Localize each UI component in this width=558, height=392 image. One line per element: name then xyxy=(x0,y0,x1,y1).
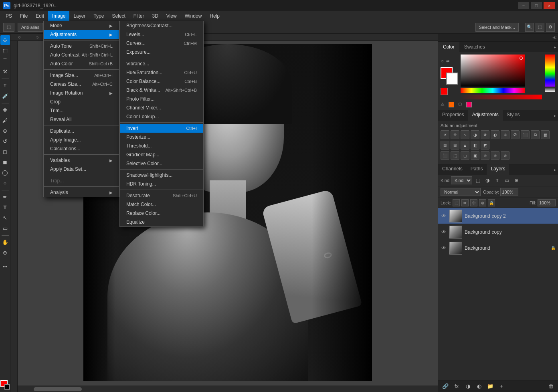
color-swatch-small-fg[interactable] xyxy=(441,88,448,95)
adj-panel-menu[interactable]: ▸ xyxy=(552,110,558,121)
dd-image-rotation[interactable]: Image Rotation ▶ xyxy=(44,89,119,97)
adj-extra6-btn[interactable]: ⊕ xyxy=(491,151,499,160)
out-of-gamut-swatch[interactable] xyxy=(449,102,454,107)
hue-slider[interactable] xyxy=(461,88,525,93)
shape-tool[interactable]: ▭ xyxy=(0,223,10,233)
dd-adj-gradient-map[interactable]: Gradient Map... xyxy=(120,150,203,159)
adj-gradientmap-btn[interactable]: ◧ xyxy=(471,141,479,150)
alpha-slider[interactable] xyxy=(461,95,542,99)
adj-extra5-btn[interactable]: ⊛ xyxy=(481,151,489,160)
dd-variables[interactable]: Variables ▶ xyxy=(44,156,119,165)
more-tools-btn[interactable]: ••• xyxy=(0,262,10,271)
kind-filter-select[interactable]: Kind xyxy=(451,176,472,184)
lock-transparent-btn[interactable]: ⬚ xyxy=(453,199,460,206)
dd-adj-brightness[interactable]: Brightness/Contrast... xyxy=(120,21,203,30)
delete-layer-btn[interactable]: 🗑 xyxy=(546,382,556,391)
new-adj-layer-btn[interactable]: ◐ xyxy=(474,382,484,391)
adj-channelmix-btn[interactable]: ⧉ xyxy=(531,130,540,139)
adj-threshold-btn[interactable]: ▲ xyxy=(461,141,469,150)
layer-bg-copy[interactable]: 👁 Background copy xyxy=(438,224,558,240)
dd-adj-exposure[interactable]: Exposure... xyxy=(120,48,203,57)
add-style-btn[interactable]: fx xyxy=(452,382,461,391)
dd-adj-curves[interactable]: Curves... Ctrl+M xyxy=(120,39,203,48)
filter-smart-btn[interactable]: ⊕ xyxy=(512,176,520,184)
new-layer-btn[interactable]: + xyxy=(497,382,506,391)
tab-paths[interactable]: Paths xyxy=(467,164,487,175)
dd-calculations[interactable]: Calculations... xyxy=(44,144,119,153)
layers-panel-menu[interactable]: ▸ xyxy=(552,164,558,175)
dd-auto-contrast[interactable]: Auto Contrast Alt+Shift+Ctrl+L xyxy=(44,51,119,59)
adj-colorlookup-btn[interactable]: ▦ xyxy=(541,130,550,139)
layer-eye-bg[interactable]: 👁 xyxy=(441,245,447,251)
adj-curves-btn[interactable]: ∿ xyxy=(461,130,469,139)
dd-trim[interactable]: Trim... xyxy=(44,106,119,115)
lock-artboard-btn[interactable]: ⊕ xyxy=(479,199,486,206)
dd-crop[interactable]: Crop xyxy=(44,97,119,106)
adj-extra1-btn[interactable]: ⬛ xyxy=(441,151,449,160)
vertical-hue-bar[interactable] xyxy=(545,55,555,87)
menu-3d[interactable]: 3D xyxy=(148,11,162,21)
menu-layer[interactable]: Layer xyxy=(69,11,89,21)
new-group-btn[interactable]: 📁 xyxy=(485,382,495,391)
gradient-tool[interactable]: ◼ xyxy=(0,157,10,167)
healing-tool[interactable]: ✚ xyxy=(0,105,10,115)
filter-shape-btn[interactable]: ▭ xyxy=(503,176,511,184)
tab-swatches[interactable]: Swatches xyxy=(459,42,490,52)
opacity-input[interactable] xyxy=(500,188,518,196)
link-layers-btn[interactable]: 🔗 xyxy=(441,382,450,391)
adj-selectivecolor-btn[interactable]: ◩ xyxy=(481,141,489,150)
path-select-tool[interactable]: ↖ xyxy=(0,213,10,222)
dd-adj-posterize[interactable]: Posterize... xyxy=(120,133,203,141)
new-layer-button[interactable]: ⬚ xyxy=(3,23,14,32)
menu-view[interactable]: View xyxy=(162,11,181,21)
eyedropper-tool[interactable]: 💉 xyxy=(0,91,10,101)
adj-hue-btn[interactable]: ◐ xyxy=(491,130,499,139)
filter-adjust-btn[interactable]: ◑ xyxy=(483,176,491,184)
dd-adj-equalize[interactable]: Equalize xyxy=(120,218,203,226)
tab-channels[interactable]: Channels xyxy=(438,164,467,175)
color-panel-menu[interactable]: ▸ xyxy=(552,42,558,52)
marquee-tool[interactable]: ⬚ xyxy=(0,46,10,55)
adj-extra4-btn[interactable]: ▣ xyxy=(471,151,479,160)
tab-layers[interactable]: Layers xyxy=(487,164,509,175)
panel-collapse-btn[interactable]: ≪ xyxy=(552,35,556,40)
crop-tool[interactable]: ⌗ xyxy=(0,81,10,90)
layer-eye-bg-copy2[interactable]: 👁 xyxy=(441,213,447,219)
dd-adj-match-color[interactable]: Match Color... xyxy=(120,200,203,209)
dd-canvas-size[interactable]: Canvas Size... Alt+Ctrl+C xyxy=(44,80,119,89)
adj-photofilter-btn[interactable]: ⬛ xyxy=(521,130,530,139)
menu-filter[interactable]: Filter xyxy=(129,11,148,21)
menu-image[interactable]: Image xyxy=(48,11,69,21)
dd-auto-color[interactable]: Auto Color Shift+Ctrl+B xyxy=(44,59,119,68)
adj-vibrance-btn[interactable]: ❋ xyxy=(481,130,489,139)
foreground-color-swatch[interactable] xyxy=(0,380,10,390)
options-button[interactable]: ⚙ xyxy=(546,23,555,32)
adj-extra2-btn[interactable]: ⬚ xyxy=(451,151,459,160)
menu-select[interactable]: Select xyxy=(108,11,129,21)
dd-adj-channel-mixer[interactable]: Channel Mixer... xyxy=(120,103,203,112)
adj-extra3-btn[interactable]: ◻ xyxy=(461,151,469,160)
adj-exposure-btn[interactable]: ◑ xyxy=(471,130,479,139)
dd-apply-image[interactable]: Apply Image... xyxy=(44,135,119,144)
dd-image-size[interactable]: Image Size... Alt+Ctrl+I xyxy=(44,71,119,80)
scrollbar-thumb[interactable] xyxy=(34,387,82,391)
type-tool[interactable]: T xyxy=(0,202,10,212)
menu-help[interactable]: Help xyxy=(206,11,224,21)
dd-adjustments[interactable]: Adjustments ▶ xyxy=(44,30,119,39)
eraser-tool[interactable]: ◻ xyxy=(0,147,10,156)
close-button[interactable]: × xyxy=(544,2,555,9)
dd-apply-data-set[interactable]: Apply Data Set... xyxy=(44,165,119,174)
adj-levels-btn[interactable]: ⟰ xyxy=(451,130,459,139)
pen-tool[interactable]: ✒ xyxy=(0,192,10,202)
color-gradient[interactable] xyxy=(461,55,525,87)
brush-tool[interactable]: 🖌 xyxy=(0,115,10,125)
menu-window[interactable]: Window xyxy=(181,11,206,21)
dd-adj-hdr-toning[interactable]: HDR Toning... xyxy=(120,180,203,188)
clone-tool[interactable]: ⊕ xyxy=(0,126,10,135)
dd-adj-selective-color[interactable]: Selective Color... xyxy=(120,159,203,168)
tab-color[interactable]: Color xyxy=(438,42,459,52)
menu-file[interactable]: File xyxy=(16,11,32,21)
dd-adj-photo-filter[interactable]: Photo Filter... xyxy=(120,95,203,103)
quick-select-tool[interactable]: ⚒ xyxy=(0,67,10,76)
dd-analysis[interactable]: Analysis ▶ xyxy=(44,188,119,197)
